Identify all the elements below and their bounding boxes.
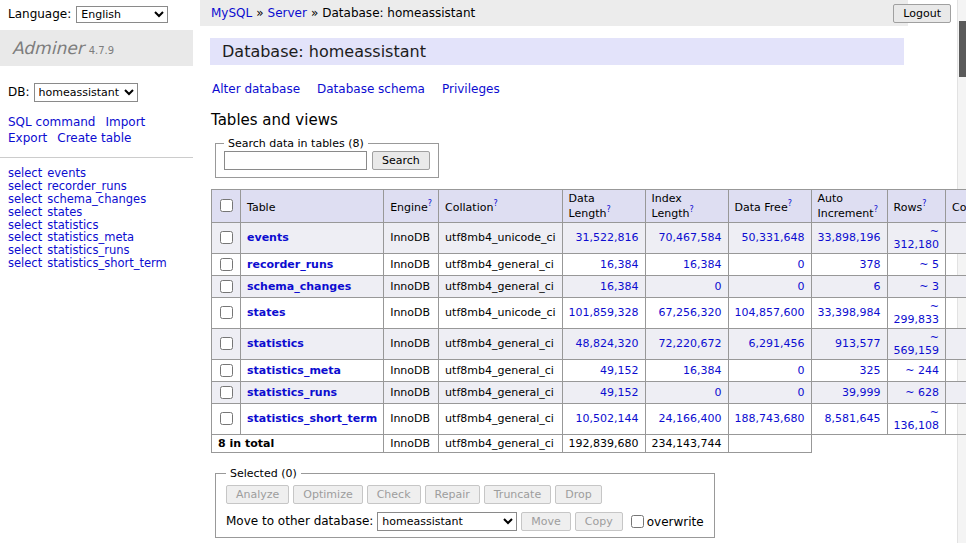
auto-increment-link[interactable]: 39,999 bbox=[842, 386, 881, 399]
help-link[interactable]: ? bbox=[493, 199, 497, 208]
table-name-link[interactable]: statistics_meta bbox=[247, 364, 341, 377]
index-length-link[interactable]: 72,220,672 bbox=[659, 337, 722, 350]
rows-count-link[interactable]: ~ 312,180 bbox=[894, 225, 940, 251]
table-name-link[interactable]: statistics_runs bbox=[247, 386, 337, 399]
auto-increment-link[interactable]: 33,398,984 bbox=[818, 306, 881, 319]
data-length-link[interactable]: 48,824,320 bbox=[576, 337, 639, 350]
data-free-link[interactable]: 104,857,600 bbox=[735, 306, 805, 319]
data-free-link[interactable]: 50,331,648 bbox=[742, 231, 805, 244]
table-name-link[interactable]: statistics_short_term bbox=[247, 412, 377, 425]
rows-count-link[interactable]: ~ 569,159 bbox=[894, 331, 940, 357]
help-link[interactable]: ? bbox=[922, 199, 926, 208]
sidebar-table-link[interactable]: statistics_short_term bbox=[47, 256, 167, 270]
table-name-link[interactable]: recorder_runs bbox=[247, 258, 333, 271]
help-link[interactable]: ? bbox=[874, 205, 878, 214]
data-length-link[interactable]: 101,859,328 bbox=[569, 306, 639, 319]
help-link[interactable]: ? bbox=[788, 199, 792, 208]
db-nav-link[interactable]: Alter database bbox=[212, 82, 300, 96]
column-header-label: Collation bbox=[445, 200, 493, 213]
index-length-link[interactable]: 24,166,400 bbox=[659, 412, 722, 425]
auto-increment-link[interactable]: 378 bbox=[860, 258, 881, 271]
select-all-checkbox[interactable] bbox=[220, 199, 233, 212]
comment-cell bbox=[946, 359, 966, 381]
data-free-link[interactable]: 188,743,680 bbox=[735, 412, 805, 425]
row-checkbox[interactable] bbox=[220, 386, 233, 399]
rows-count-link[interactable]: ~ 136,108 bbox=[894, 406, 940, 432]
db-nav-link[interactable]: Database schema bbox=[317, 82, 425, 96]
search-input[interactable] bbox=[224, 151, 367, 170]
sidebar-select-link[interactable]: select bbox=[8, 166, 42, 180]
row-checkbox[interactable] bbox=[220, 306, 233, 319]
data-length-link[interactable]: 16,384 bbox=[600, 280, 639, 293]
search-button[interactable]: Search bbox=[372, 151, 430, 170]
bulk-action-button: Drop bbox=[555, 485, 601, 504]
table-name-link[interactable]: statistics bbox=[247, 337, 304, 350]
sidebar-action-link[interactable]: Create table bbox=[57, 131, 131, 145]
data-free-link[interactable]: 0 bbox=[798, 386, 805, 399]
data-length-link[interactable]: 31,522,816 bbox=[576, 231, 639, 244]
table-name-link[interactable]: events bbox=[247, 231, 289, 244]
sidebar-select-link[interactable]: select bbox=[8, 256, 42, 270]
row-checkbox[interactable] bbox=[220, 364, 233, 377]
data-free-link[interactable]: 0 bbox=[798, 258, 805, 271]
help-link[interactable]: ? bbox=[428, 199, 432, 208]
rows-count-link[interactable]: ~ 5 bbox=[919, 258, 939, 271]
auto-increment-link[interactable]: 913,577 bbox=[835, 337, 881, 350]
row-checkbox[interactable] bbox=[220, 280, 233, 293]
collation-cell: utf8mb4_unicode_ci bbox=[439, 297, 562, 328]
sidebar-action-link[interactable]: Export bbox=[8, 131, 47, 145]
row-checkbox[interactable] bbox=[220, 412, 233, 425]
move-database-select[interactable]: homeassistant bbox=[377, 512, 517, 531]
data-length-link[interactable]: 10,502,144 bbox=[576, 412, 639, 425]
data-length-link[interactable]: 16,384 bbox=[600, 258, 639, 271]
breadcrumb-link-mysql[interactable]: MySQL bbox=[211, 6, 252, 20]
rows-count-link[interactable]: ~ 628 bbox=[905, 386, 939, 399]
row-checkbox-cell bbox=[212, 328, 241, 359]
sidebar-select-link[interactable]: select bbox=[8, 179, 42, 193]
row-checkbox[interactable] bbox=[220, 337, 233, 350]
database-select[interactable]: homeassistant bbox=[34, 83, 138, 102]
db-label: DB: bbox=[8, 85, 30, 99]
table-name-link[interactable]: schema_changes bbox=[247, 280, 351, 293]
logout-button[interactable]: Logout bbox=[893, 4, 951, 23]
index-length-link[interactable]: 0 bbox=[715, 280, 722, 293]
data-free-link[interactable]: 6,291,456 bbox=[749, 337, 805, 350]
app-logo[interactable]: Adminer4.7.9 bbox=[0, 30, 193, 66]
row-checkbox[interactable] bbox=[220, 258, 233, 271]
move-copy-row: Move to other database:homeassistantMove… bbox=[226, 512, 704, 531]
data-free-link[interactable]: 0 bbox=[798, 280, 805, 293]
overwrite-checkbox[interactable] bbox=[631, 515, 644, 528]
auto-increment-link[interactable]: 6 bbox=[874, 280, 881, 293]
rows-count-link[interactable]: ~ 3 bbox=[919, 280, 939, 293]
data-length-link[interactable]: 49,152 bbox=[600, 386, 639, 399]
index-length-link[interactable]: 16,384 bbox=[683, 364, 722, 377]
app-name[interactable]: Adminer bbox=[12, 38, 84, 58]
auto-increment-link[interactable]: 8,581,645 bbox=[825, 412, 881, 425]
column-header: Comment? bbox=[946, 190, 966, 223]
help-link[interactable]: ? bbox=[690, 205, 694, 214]
data-length-link[interactable]: 49,152 bbox=[600, 364, 639, 377]
db-nav-link[interactable]: Privileges bbox=[442, 82, 500, 96]
index-length-link[interactable]: 70,467,584 bbox=[659, 231, 722, 244]
sidebar-select-link[interactable]: select bbox=[8, 205, 42, 219]
index-length-link[interactable]: 67,256,320 bbox=[659, 306, 722, 319]
help-link[interactable]: ? bbox=[607, 205, 611, 214]
table-name-link[interactable]: states bbox=[247, 306, 286, 319]
index-length-link[interactable]: 0 bbox=[715, 386, 722, 399]
scrollbar-thumb[interactable] bbox=[959, 21, 966, 77]
sidebar-action-link[interactable]: Import bbox=[105, 115, 145, 129]
sidebar-action-link[interactable]: SQL command bbox=[8, 115, 95, 129]
row-checkbox[interactable] bbox=[220, 231, 233, 244]
rows-count-link[interactable]: ~ 244 bbox=[905, 364, 939, 377]
data-free-cell: 0 bbox=[728, 381, 811, 403]
auto-increment-link[interactable]: 325 bbox=[860, 364, 881, 377]
index-length-link[interactable]: 16,384 bbox=[683, 258, 722, 271]
engine-cell: InnoDB bbox=[384, 253, 439, 275]
collation-cell: utf8mb4_general_ci bbox=[439, 328, 562, 359]
language-select[interactable]: English bbox=[76, 6, 168, 23]
data-free-link[interactable]: 0 bbox=[798, 364, 805, 377]
auto-increment-link[interactable]: 33,898,196 bbox=[818, 231, 881, 244]
sidebar-select-link[interactable]: select bbox=[8, 192, 42, 206]
breadcrumb-link-server[interactable]: Server bbox=[268, 6, 307, 20]
rows-count-link[interactable]: ~ 299,833 bbox=[894, 300, 940, 326]
